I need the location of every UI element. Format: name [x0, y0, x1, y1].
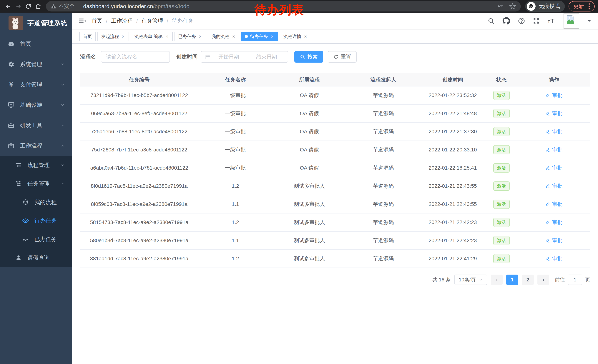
- tab-done-tasks[interactable]: 已办任务 ×: [174, 32, 206, 41]
- sidebar-item-devtools[interactable]: 研发工具: [0, 115, 72, 136]
- sidebar-item-todo-tasks[interactable]: 待办任务: [0, 211, 72, 230]
- tab-todo-tasks[interactable]: 待办任务 ×: [241, 32, 278, 41]
- approve-link[interactable]: 审批: [545, 201, 562, 208]
- omnibox-divider: [79, 3, 79, 9]
- approve-link[interactable]: 审批: [545, 255, 562, 262]
- breadcrumb-item[interactable]: 首页: [91, 17, 102, 25]
- update-button[interactable]: 更新: [569, 1, 595, 11]
- tab-label: 流程详情: [283, 33, 301, 40]
- approve-link[interactable]: 审批: [545, 237, 562, 244]
- tab-process-detail[interactable]: 流程详情 ×: [280, 32, 311, 41]
- approve-link[interactable]: 审批: [545, 110, 562, 117]
- task-id: 069c6a63-7b8a-11ec-8ef0-acde48001122: [80, 105, 199, 122]
- edit-icon: [545, 238, 550, 243]
- sidebar-item-payment[interactable]: ¥ 支付管理: [0, 74, 72, 95]
- approve-link[interactable]: 审批: [545, 128, 562, 135]
- bookmark-star-icon[interactable]: [509, 3, 516, 10]
- approve-link[interactable]: 审批: [545, 183, 562, 190]
- close-icon[interactable]: ×: [121, 34, 125, 39]
- tab-label: 首页: [83, 33, 92, 40]
- end-date-placeholder[interactable]: 结束日期: [250, 53, 284, 60]
- sidebar-item-process-mgmt[interactable]: 流程管理: [0, 156, 72, 174]
- reset-button[interactable]: 重置: [328, 51, 357, 63]
- close-icon[interactable]: ×: [165, 34, 169, 39]
- approve-link[interactable]: 审批: [545, 219, 562, 226]
- approve-link[interactable]: 审批: [545, 92, 562, 99]
- task-table: 任务编号 任务名称 所属流程 流程发起人 创建时间 状态 操作 73211d9d…: [80, 73, 590, 268]
- edit-icon: [545, 93, 550, 98]
- page-size-value: 10条/页: [459, 276, 476, 283]
- approve-link[interactable]: 审批: [545, 146, 562, 153]
- avatar-caret-down-icon[interactable]: [587, 18, 592, 23]
- process-name-input[interactable]: [101, 51, 170, 63]
- search-icon[interactable]: [488, 17, 495, 24]
- tab-start-process[interactable]: 发起流程 ×: [98, 32, 129, 41]
- help-icon[interactable]: [518, 17, 525, 24]
- github-icon[interactable]: [502, 17, 510, 25]
- pagination: 共 16 条 10条/页 ‹ 1 2 › 前往 页: [80, 275, 590, 285]
- breadcrumb-separator: /: [136, 18, 138, 24]
- tab-my-process[interactable]: 我的流程 ×: [208, 32, 239, 41]
- tab-home[interactable]: 首页: [79, 32, 96, 41]
- status-badge: 激活: [493, 163, 510, 172]
- tab-process-form-edit[interactable]: 流程表单-编辑 ×: [131, 32, 173, 41]
- avatar[interactable]: [564, 13, 579, 29]
- prev-page-button[interactable]: ‹: [491, 275, 503, 285]
- sidebar-item-system[interactable]: 系统管理: [0, 54, 72, 74]
- task-starter: 芋道源码: [346, 159, 420, 177]
- sidebar-item-task-mgmt[interactable]: 任务管理: [0, 174, 72, 193]
- approve-label: 审批: [552, 237, 562, 244]
- search-button[interactable]: 搜索: [294, 51, 323, 63]
- table-row: 069c6a63-7b8a-11ec-8ef0-acde48001122 一级审…: [80, 105, 590, 122]
- sidebar-logo[interactable]: 芋道管理系统: [0, 13, 72, 33]
- task-time: 2022-01-22 18:25:41: [420, 159, 485, 177]
- edit-icon: [545, 147, 550, 152]
- close-icon[interactable]: ×: [270, 34, 274, 39]
- goto-page-input[interactable]: [568, 275, 582, 285]
- breadcrumb-item[interactable]: 任务管理: [141, 17, 163, 25]
- browser-home-button[interactable]: [33, 1, 43, 11]
- table-row: 8f059c03-7ac8-11ec-a9e2-a2380e71991a 1.1…: [80, 195, 590, 213]
- start-date-placeholder[interactable]: 开始日期: [212, 53, 246, 60]
- password-key-icon[interactable]: [497, 3, 503, 9]
- sidebar-fold-icon[interactable]: [79, 17, 86, 25]
- close-icon[interactable]: ×: [303, 34, 307, 39]
- tags-view-bar: 首页 发起流程 × 流程表单-编辑 × 已办任务 × 我的流程 ×: [72, 30, 598, 44]
- page-button-2[interactable]: 2: [522, 275, 534, 285]
- fullscreen-icon[interactable]: [533, 17, 540, 24]
- sidebar-item-my-process[interactable]: 我的流程: [0, 193, 72, 211]
- browser-menu-icon[interactable]: [587, 3, 591, 9]
- sidebar-item-done-tasks[interactable]: 已办任务: [0, 230, 72, 249]
- page-size-select[interactable]: 10条/页: [454, 275, 487, 285]
- task-id: a6aba0a4-7b6d-11ec-b781-acde48001122: [80, 159, 199, 177]
- col-status: 状态: [485, 73, 518, 86]
- monitor-icon: [8, 101, 15, 109]
- breadcrumb: 首页 / 工作流程 / 任务管理 / 待办任务: [91, 17, 193, 25]
- eye-closed-icon: [22, 235, 29, 243]
- page-button-1[interactable]: 1: [506, 275, 518, 285]
- task-process: OA 请假: [272, 159, 346, 177]
- sidebar-item-home[interactable]: 首页: [0, 34, 72, 54]
- task-id: 725a1eb6-7b88-11ec-8ef0-acde48001122: [80, 122, 199, 141]
- task-name: 一级审批: [199, 122, 272, 141]
- sidebar-item-infrastructure[interactable]: 基础设施: [0, 95, 72, 115]
- browser-back-button[interactable]: [3, 1, 13, 11]
- browser-reload-button[interactable]: [23, 1, 33, 11]
- sidebar-item-leave-query[interactable]: 请假查询: [0, 249, 72, 267]
- close-icon[interactable]: ×: [198, 34, 202, 39]
- breadcrumb-separator: /: [106, 18, 108, 24]
- date-range-picker[interactable]: 开始日期 - 结束日期: [201, 51, 288, 63]
- sidebar-menu: 首页 系统管理 ¥ 支付管理: [0, 34, 72, 267]
- close-icon[interactable]: ×: [232, 34, 236, 39]
- browser-forward-button[interactable]: [13, 1, 23, 11]
- task-id: 73211d9d-7b9b-11ec-b5b7-acde48001122: [80, 86, 199, 105]
- approve-link[interactable]: 审批: [545, 164, 562, 171]
- sidebar-item-label: 支付管理: [20, 81, 42, 89]
- sidebar-item-label: 请假查询: [27, 254, 50, 262]
- next-page-button[interactable]: ›: [537, 275, 549, 285]
- sidebar-item-workflow[interactable]: 工作流程: [0, 136, 72, 156]
- task-time: 2022-01-21 22:43:55: [420, 177, 485, 195]
- incognito-label: 无痕模式: [539, 3, 560, 10]
- font-size-icon[interactable]: TT: [548, 17, 556, 25]
- breadcrumb-item[interactable]: 工作流程: [111, 17, 133, 25]
